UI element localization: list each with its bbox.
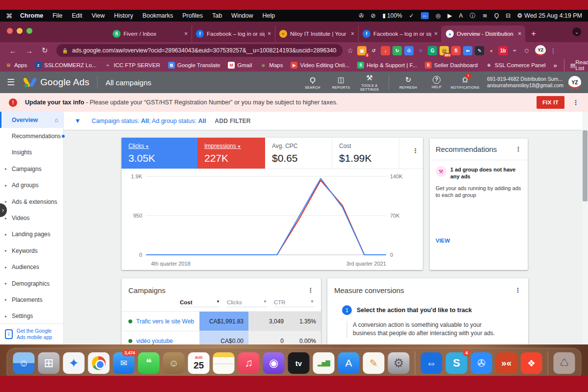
header-nav-reports[interactable]: ◫REPORTS <box>327 75 355 90</box>
ext-1b-icon[interactable]: 1b <box>498 46 508 55</box>
header-nav-help[interactable]: ?HELP <box>422 76 451 89</box>
wifi-icon[interactable]: ≋ <box>483 12 488 19</box>
metric-card-avg-cpc[interactable]: Avg. CPC$0.65 <box>265 138 332 169</box>
dock-finder-icon[interactable]: ☺ <box>13 352 35 374</box>
dock-messages-icon[interactable]: ❝ <box>138 352 160 374</box>
spotlight-icon[interactable]: Ϙ <box>494 12 499 19</box>
dock-calendar-icon[interactable]: AUG25 <box>188 352 210 374</box>
account-info[interactable]: 691-919-4682 Distribution Sum... anisurr… <box>487 76 564 89</box>
ext-downloader-icon[interactable]: ↓ <box>381 46 390 55</box>
ext-fiverr-icon[interactable]: fi <box>451 46 461 55</box>
tab-4[interactable]: fFacebook – log in or sign up× <box>359 25 442 42</box>
chart-card-menu-icon[interactable]: ⋮ <box>412 149 419 152</box>
minimize-window-button[interactable] <box>17 28 23 34</box>
dock-safari-icon[interactable]: ✦ <box>63 352 85 374</box>
tab-close-icon[interactable]: × <box>518 30 521 37</box>
header-nav-tools-settings[interactable]: ⚒TOOLS & SETTINGS <box>355 74 384 92</box>
ext-grammarly-icon[interactable]: G <box>428 46 437 55</box>
ext-rank-checker-icon[interactable]: ▤860 <box>440 46 449 55</box>
browser-profile-avatar[interactable]: YZ <box>535 45 546 56</box>
sidebar-item-ads-extensions[interactable]: ▸Ads & extensions <box>0 194 63 210</box>
sidebar-item-videos[interactable]: ▸Videos <box>0 210 63 226</box>
displays-icon[interactable]: ⊟ <box>506 12 511 19</box>
reload-icon[interactable]: ↻ <box>42 46 48 55</box>
creative-cloud-icon[interactable]: ◎ <box>436 12 441 19</box>
menu-item-tab[interactable]: Tab <box>212 12 222 19</box>
dock-trash-icon[interactable]: ♺ <box>554 352 575 374</box>
dock-notes-icon[interactable]: ——— <box>213 352 235 374</box>
camera-blocked-icon[interactable]: ⊘ <box>370 12 375 19</box>
lock-icon[interactable]: 🔒 <box>62 48 68 53</box>
menu-item-file[interactable]: File <box>52 12 62 19</box>
sidebar-item-audiences[interactable]: ▸Audiences <box>0 259 63 275</box>
header-nav-search[interactable]: ϘSEARCH <box>298 75 327 90</box>
dock-anydesk-icon[interactable]: ❖ <box>521 352 542 374</box>
bookmarks-overflow-icon[interactable]: » <box>554 62 557 69</box>
menu-item-help[interactable]: Help <box>263 12 275 19</box>
hamburger-menu-icon[interactable]: ☰ <box>7 77 15 88</box>
apple-menu-icon[interactable]: ⌘ <box>6 12 12 20</box>
tab-5[interactable]: ▲Overview - Distribution Summ× <box>442 25 525 42</box>
recommendations-menu-icon[interactable]: ⋮ <box>515 148 522 150</box>
performance-line-chart[interactable]: 1.9K140K95070K004th quarter 20183rd quar… <box>122 169 423 269</box>
tab-search-icon[interactable]: ⌄ <box>572 27 581 36</box>
back-icon[interactable]: ← <box>9 47 17 55</box>
reading-list-button[interactable]: ▤ Reading List <box>564 59 588 71</box>
account-avatar[interactable]: YZ <box>568 76 581 89</box>
ext-loop-icon[interactable]: ↺ <box>369 46 378 55</box>
campaigns-menu-icon[interactable]: ⋮ <box>307 289 314 292</box>
sidebar-item-settings[interactable]: ▸Settings <box>0 308 63 324</box>
menu-item-edit[interactable]: Edit <box>72 12 82 19</box>
conversions-menu-icon[interactable]: ⋮ <box>514 289 521 292</box>
bookmark-apps[interactable]: ⊞Apps <box>5 62 27 69</box>
dock-sysprefs-icon[interactable]: ⚙ <box>388 352 410 374</box>
menu-item-history[interactable]: History <box>114 12 133 19</box>
ext-cookie-icon[interactable]: ● <box>487 46 496 55</box>
bookmark-icc-ftp-server[interactable]: ❧ICC FTP SERVER <box>104 62 160 69</box>
dock-launchpad-icon[interactable]: ⊞ <box>38 352 60 374</box>
header-nav-refresh[interactable]: ↻REFRESH <box>394 75 422 90</box>
menu-item-window[interactable]: Window <box>231 12 253 19</box>
bookmark-star-icon[interactable]: ☆ <box>347 47 354 54</box>
bookmark-seller-dashboard[interactable]: fiSeller Dashboard <box>425 62 478 69</box>
ext-shopping-icon[interactable]: ▣3 <box>357 46 367 55</box>
forward-icon[interactable]: → <box>25 47 33 55</box>
metric-card-impressions[interactable]: Impressions ▼227K <box>197 138 265 169</box>
dock-music-icon[interactable]: ♫ <box>238 352 260 374</box>
dock-skype-icon[interactable]: S4 <box>446 352 467 374</box>
header-nav-notifications[interactable]: Ω!NOTIFICATIONS <box>451 75 479 90</box>
metric-card-clicks[interactable]: Clicks ▼3.05K <box>122 138 197 169</box>
dock-pages-icon[interactable]: ✎ <box>363 352 385 374</box>
bookmark-maps[interactable]: ◉Maps <box>260 62 283 69</box>
sidebar-item-landing-pages[interactable]: ▸Landing pages <box>0 226 63 243</box>
tab-close-icon[interactable]: × <box>184 30 188 37</box>
sort-dropdown-cost[interactable]: Cost▼ <box>180 299 220 307</box>
address-bar[interactable]: 🔒 ads.google.com/aw/overview?ocid=289634… <box>56 44 343 57</box>
play-circle-icon[interactable]: ▶ <box>447 12 452 19</box>
ext-editor-icon[interactable]: ✎ <box>475 46 484 55</box>
info-circle-icon[interactable]: ⓘ <box>470 12 476 20</box>
metric-card-cost[interactable]: Cost$1.99K <box>332 138 399 169</box>
sidebar-item-demographics[interactable]: ▸Demographics <box>0 275 63 292</box>
browser-menu-icon[interactable]: ⋮ <box>550 47 557 54</box>
ext-snowflake-icon[interactable]: ✳ <box>416 46 425 55</box>
ext-feather-icon[interactable]: ✒ <box>510 46 519 55</box>
ext-refresher-icon[interactable]: ↻ <box>392 46 402 55</box>
sidebar-item-insights[interactable]: Insights <box>0 145 63 161</box>
dock-teamviewer-icon[interactable]: ⇔ <box>421 352 442 374</box>
campaign-name-link[interactable]: Trafic vers le site Web <box>122 312 199 331</box>
dock-appletv-icon[interactable]: tv <box>288 352 310 374</box>
bookmark-help-support-f-[interactable]: fiHelp & Support | F... <box>357 62 417 69</box>
sidebar-mobile-app-link[interactable]: ⇩ Get the Google Ads mobile app <box>0 323 63 344</box>
url-text[interactable]: ads.google.com/aw/overview?ocid=28963404… <box>72 47 337 54</box>
view-link[interactable]: VIEW <box>436 238 450 244</box>
sort-dropdown-ctr[interactable]: CTR▼ <box>274 299 314 307</box>
menu-item-profiles[interactable]: Profiles <box>182 12 203 19</box>
tab-close-icon[interactable]: × <box>434 30 438 37</box>
menu-item-view[interactable]: View <box>92 12 105 19</box>
filter-funnel-icon[interactable]: ▼ <box>74 117 81 124</box>
tab-3[interactable]: ≈Niloy IT Institute | Your better f× <box>275 25 359 42</box>
tab-1[interactable]: fiFiverr / Inbox× <box>109 25 192 42</box>
tab-close-icon[interactable]: × <box>268 30 271 37</box>
sidebar-item-placements[interactable]: ▸Placements <box>0 292 63 308</box>
